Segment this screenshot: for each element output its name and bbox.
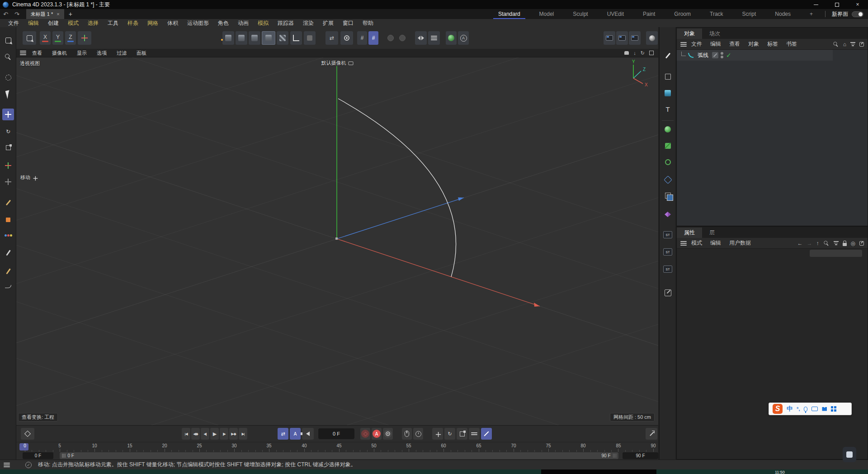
toggle-views-icon[interactable] [649,51,654,55]
sogou-logo-icon[interactable]: S [773,404,783,414]
menu-extensions[interactable]: 扩展 [318,19,338,27]
object-manager-hamburger-icon[interactable] [680,42,687,47]
axis-lock-button[interactable] [2,176,14,188]
simulation-sphere-button[interactable] [446,31,457,45]
layout-tab-sculpt[interactable]: Sculpt [563,9,597,19]
tool-settings-button[interactable] [428,31,440,45]
text-primitive-button[interactable]: T [662,103,674,115]
spline-pen-palette-button[interactable] [662,50,674,62]
key-position-button[interactable] [432,428,443,440]
menu-create[interactable]: 创建 [43,19,63,27]
minimize-button[interactable] [806,0,826,9]
stage-view-button-1[interactable]: ST [662,229,674,241]
ime-skin-icon[interactable] [822,407,827,411]
next-key-button[interactable]: ▶◆ [229,428,238,440]
select-pointer-button[interactable] [2,89,14,100]
am-menu-userdata[interactable]: 用户数据 [726,239,755,247]
ime-mic-icon[interactable] [804,407,807,412]
layout-tab-uvedit[interactable]: UVEdit [598,9,633,19]
dolly-icon[interactable]: ↓ [633,50,636,56]
keyframe-settings-button[interactable] [383,428,393,440]
previous-frame-button[interactable]: ◀| [201,428,209,440]
viewport-hamburger-icon[interactable] [20,51,26,55]
menu-window[interactable]: 窗口 [338,19,358,27]
play-button[interactable]: ▶ [210,428,219,440]
am-filter-icon[interactable] [834,241,839,245]
om-search-icon[interactable] [833,42,838,47]
menu-edit[interactable]: 编辑 [24,19,43,27]
om-popout-icon[interactable] [859,42,864,47]
perspective-viewport[interactable]: 透视视图 默认摄像机 移动 Y Z X 查看变换: 工程 网格间距 : 50 c… [16,57,658,425]
layout-tab-nodes[interactable]: Nodes [765,9,800,19]
key-rotation-button[interactable]: ↻ [444,428,455,440]
om-menu-tags[interactable]: 标签 [764,40,782,48]
model-mode-button[interactable] [262,31,275,45]
smooth-tool-button[interactable] [2,280,14,292]
hair-button[interactable] [662,209,674,220]
next-frame-button[interactable]: |▶ [220,428,228,440]
document-tab-close-icon[interactable]: × [57,11,59,17]
timeline-ruler[interactable]: 0 5 10 15 20 25 30 35 40 45 50 55 60 65 … [16,442,658,452]
color-tool-button[interactable] [2,229,14,241]
texture-mode-button[interactable] [277,31,288,45]
ime-toolbox-icon[interactable] [831,406,836,412]
menu-render[interactable]: 渲染 [298,19,318,27]
record-keyframe-button[interactable] [360,428,370,440]
brush-tool-button[interactable] [2,247,14,259]
move-tool-button[interactable] [2,109,14,120]
modeling-settings-button[interactable] [340,31,353,45]
layout-tab-groom[interactable]: Groom [665,9,700,19]
polygons-mode-button[interactable] [249,31,260,45]
render-picture-viewer-button[interactable] [616,31,628,45]
tab-layers[interactable]: 层 [702,228,722,238]
status-hamburger-icon[interactable] [4,463,10,467]
om-menu-object[interactable]: 对象 [745,40,763,48]
rectangle-tool-button[interactable] [2,214,14,226]
live-selection-button[interactable] [2,71,14,83]
attribute-hamburger-icon[interactable] [680,241,687,246]
ime-punctuation-icon[interactable]: °, [797,406,800,412]
tab-attributes[interactable]: 属性 [677,228,702,238]
enable-snap-button[interactable]: # [357,31,367,45]
ime-toolbar[interactable]: S 中 °, [769,403,852,415]
menu-tracker[interactable]: 跟踪器 [273,19,298,27]
layout-tab-standard[interactable]: Standard [489,9,530,19]
ime-keyboard-icon[interactable] [811,407,818,411]
am-back-icon[interactable]: ← [797,240,803,246]
play-all-frames-button[interactable]: A [290,428,301,440]
viewport-menu-view[interactable]: 查看 [28,50,46,57]
am-menu-mode[interactable]: 模式 [688,239,706,247]
play-sound-button[interactable] [302,428,314,440]
render-view-button[interactable] [604,31,615,45]
spline-pen-button[interactable] [2,197,14,209]
zoom-tool-button[interactable] [2,51,14,63]
add-layout-button[interactable]: + [800,9,822,19]
annotate-button[interactable] [662,287,674,299]
render-team-button[interactable] [629,31,641,45]
instance-button[interactable] [662,190,674,201]
scrollbar-left-grip[interactable] [62,454,66,458]
scale-tool-button[interactable] [2,142,14,153]
am-menu-edit[interactable]: 编辑 [707,239,725,247]
pencil-tool-button[interactable] [2,265,14,277]
axis-tool-button[interactable] [2,160,14,171]
stage-view-button-3[interactable]: ST [662,263,674,275]
om-menu-view[interactable]: 查看 [726,40,744,48]
viewport-menu-filter[interactable]: 过滤 [113,50,131,57]
coordinate-system-button[interactable] [78,31,91,45]
om-menu-edit[interactable]: 编辑 [707,40,725,48]
keyframe-diamond-button[interactable] [21,428,34,440]
lock-x-axis-button[interactable]: X [40,31,51,45]
layout-tab-paint[interactable]: Paint [633,9,665,19]
make-editable-button[interactable] [23,31,36,45]
enabled-check-icon[interactable]: ✓ [726,52,731,59]
maximize-button[interactable] [826,0,847,9]
am-lock-icon[interactable] [843,243,847,246]
rotate-tool-button[interactable]: ↻ [2,126,14,137]
redo-icon[interactable]: ↷ [11,11,23,18]
viewport-solo-off-button[interactable] [386,31,396,45]
menu-mode[interactable]: 模式 [63,19,83,27]
spline-primitive-button[interactable] [662,71,674,82]
close-button[interactable]: × [847,0,868,9]
menu-character[interactable]: 角色 [213,19,233,27]
